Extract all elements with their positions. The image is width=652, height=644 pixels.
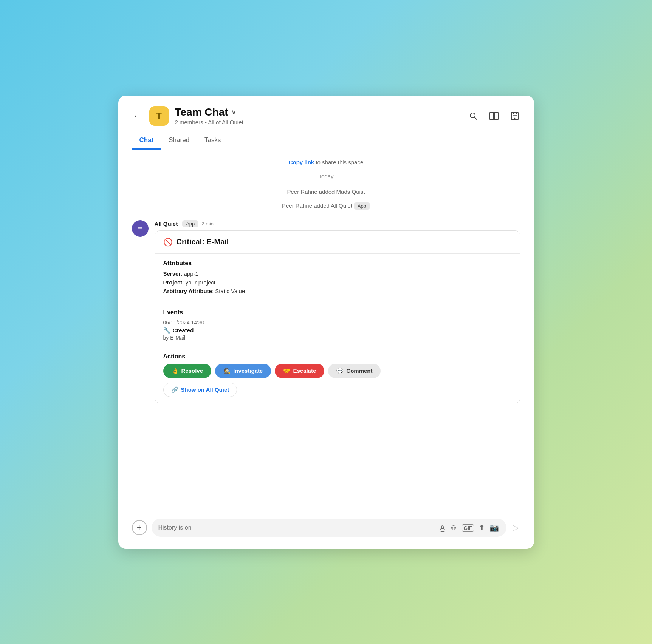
system-message-1: Peer Rahne added Mads Quist (132, 188, 520, 195)
input-area: A̲ ☺ GIF ⬆ 📷 (152, 519, 506, 537)
gif-button[interactable]: GIF (461, 522, 474, 533)
copy-link[interactable]: Copy link (289, 159, 314, 165)
incident-emoji: 🚫 (163, 238, 173, 247)
video-icon: 📷 (489, 524, 499, 532)
add-attachment-button[interactable]: + (132, 520, 147, 535)
escalate-button[interactable]: 🤝 Escalate (275, 364, 324, 378)
investigate-button[interactable]: 🕵️ Investigate (215, 364, 271, 378)
message-row: All Quiet App 2 min 🚫 Critical: E-Mail A… (132, 220, 520, 403)
tab-chat[interactable]: Chat (132, 132, 161, 150)
all-quiet-avatar-icon (135, 223, 146, 234)
app-badge-system: App (354, 202, 370, 210)
investigate-label: Investigate (233, 368, 263, 374)
attr-project: Project: your-project (163, 279, 512, 286)
resolve-emoji: 👌 (172, 368, 179, 374)
incident-title: 🚫 Critical: E-Mail (155, 231, 520, 254)
text-format-icon: A̲ (440, 524, 445, 532)
gif-icon: GIF (462, 524, 474, 532)
search-icon (469, 112, 477, 120)
system-message-2: Peer Rahne added All QuietApp (132, 202, 520, 210)
attributes-label: Attributes (163, 260, 512, 267)
emoji-icon: ☺ (450, 523, 457, 531)
header-left: ← T Team Chat ∨ 2 members • All of All Q… (132, 106, 243, 126)
message-input[interactable] (158, 524, 435, 531)
emoji-button[interactable]: ☺ (449, 522, 458, 533)
attr-arbitrary: Arbitrary Attribute: Static Value (163, 288, 512, 294)
upload-button[interactable]: ⬆ (478, 522, 486, 533)
incident-attributes-section: Attributes Server: app-1 Project: your-p… (155, 254, 520, 303)
events-label: Events (163, 309, 512, 316)
tab-shared[interactable]: Shared (161, 132, 197, 150)
chat-body: Copy link to share this space Today Peer… (118, 150, 534, 511)
svg-rect-13 (138, 228, 142, 229)
chat-input-bar: + A̲ ☺ GIF ⬆ 📷 (118, 511, 534, 549)
msg-app-badge: App (182, 220, 198, 227)
msg-meta: All Quiet App 2 min (155, 220, 520, 227)
incident-card: 🚫 Critical: E-Mail Attributes Server: ap… (155, 230, 520, 403)
attr-server: Server: app-1 (163, 270, 512, 277)
layout-button[interactable] (488, 110, 500, 122)
show-btn-label: Show on All Quiet (181, 386, 229, 393)
show-link-icon: 🔗 (171, 386, 178, 393)
svg-rect-14 (138, 230, 141, 230)
escalate-emoji: 🤝 (283, 368, 290, 374)
text-format-button[interactable]: A̲ (439, 522, 446, 533)
comment-button[interactable]: 💬 Comment (328, 364, 381, 378)
title-row: Team Chat ∨ (175, 106, 243, 118)
avatar: T (149, 106, 169, 126)
video-button[interactable]: 📷 (489, 522, 500, 533)
upload-icon: ⬆ (479, 524, 485, 532)
send-button[interactable]: ▷ (511, 521, 520, 534)
channel-subtitle: 2 members • All of All Quiet (175, 119, 243, 125)
incident-title-text: Critical: E-Mail (177, 238, 229, 246)
actions-label: Actions (163, 353, 512, 360)
svg-rect-12 (138, 227, 142, 228)
msg-avatar (132, 220, 149, 237)
input-icons: A̲ ☺ GIF ⬆ 📷 (439, 522, 500, 533)
tabs: Chat Shared Tasks (132, 132, 520, 150)
actions-row: 👌 Resolve 🕵️ Investigate 🤝 Escalate (163, 364, 512, 378)
back-button[interactable]: ← (132, 110, 143, 122)
chevron-down-icon[interactable]: ∨ (231, 108, 236, 116)
resolve-button[interactable]: 👌 Resolve (163, 364, 212, 378)
plus-icon: + (137, 523, 142, 533)
header-top: ← T Team Chat ∨ 2 members • All of All Q… (132, 106, 520, 126)
send-icon: ▷ (513, 523, 519, 532)
msg-sender: All Quiet (155, 221, 178, 227)
date-divider: Today (132, 173, 520, 179)
tab-tasks[interactable]: Tasks (197, 132, 228, 150)
incident-actions-section: Actions 👌 Resolve 🕵️ Investigate (155, 347, 520, 403)
copy-link-row: Copy link to share this space (132, 159, 520, 165)
layout-icon (489, 112, 499, 120)
escalate-label: Escalate (293, 368, 316, 374)
chat-window: ← T Team Chat ∨ 2 members • All of All Q… (118, 96, 534, 549)
header-actions (468, 110, 520, 122)
svg-rect-3 (494, 112, 498, 120)
comment-label: Comment (346, 368, 372, 374)
timer-icon (511, 112, 519, 120)
svg-rect-2 (490, 112, 494, 120)
msg-content: All Quiet App 2 min 🚫 Critical: E-Mail A… (155, 220, 520, 403)
svg-marker-10 (514, 118, 516, 120)
event-date: 06/11/2024 14:30 (163, 320, 512, 326)
resolve-label: Resolve (181, 368, 203, 374)
comment-emoji: 💬 (336, 368, 344, 374)
timer-button[interactable] (509, 110, 520, 122)
channel-title: Team Chat (175, 106, 228, 118)
title-block: Team Chat ∨ 2 members • All of All Quiet (175, 106, 243, 125)
event-icon: 🔧 (163, 327, 170, 334)
event-title: 🔧 Created (163, 327, 512, 334)
search-button[interactable] (468, 110, 479, 122)
incident-events-section: Events 06/11/2024 14:30 🔧 Created by E-M… (155, 303, 520, 347)
show-on-all-quiet-button[interactable]: 🔗 Show on All Quiet (163, 383, 237, 397)
event-by: by E-Mail (163, 335, 512, 341)
msg-time: 2 min (201, 221, 214, 227)
svg-line-1 (474, 117, 477, 119)
investigate-emoji: 🕵️ (223, 368, 231, 374)
header: ← T Team Chat ∨ 2 members • All of All Q… (118, 96, 534, 150)
